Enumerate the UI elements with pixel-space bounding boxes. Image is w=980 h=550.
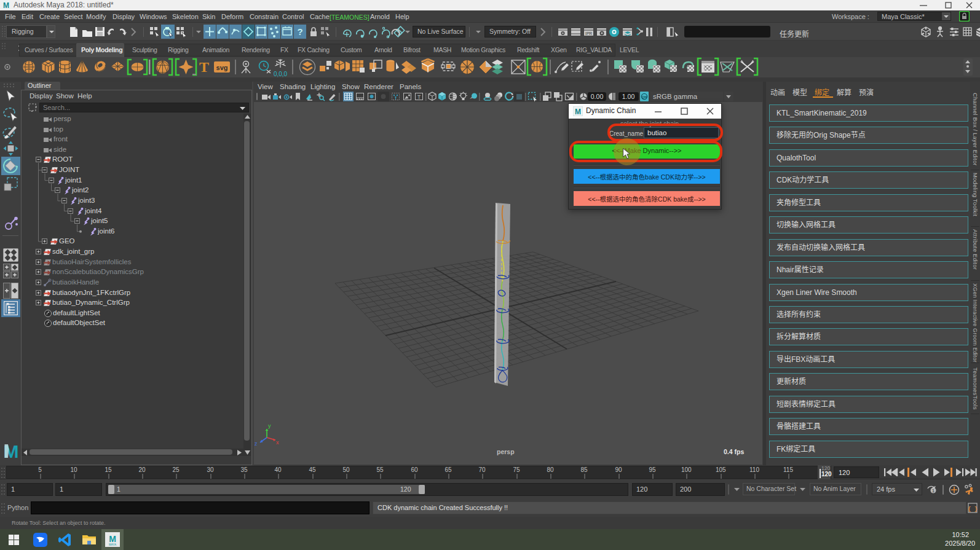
svg-text:0.00: 0.00 <box>591 93 604 100</box>
svg-text:1.00: 1.00 <box>622 93 635 100</box>
svg-text:M: M <box>575 108 581 116</box>
svg-text:ON: ON <box>642 95 647 99</box>
svg-text:sRGB gamma: sRGB gamma <box>653 93 698 100</box>
svg-text:M: M <box>109 534 116 544</box>
svg-text:z: z <box>255 441 258 447</box>
svg-text:{ }: { } <box>968 506 978 513</box>
svg-text:y: y <box>268 423 271 429</box>
svg-text:M: M <box>3 1 9 10</box>
svg-text:1: 1 <box>932 488 935 493</box>
svg-text:MAYA: MAYA <box>109 543 116 546</box>
svg-text:svg: svg <box>216 64 228 71</box>
svg-text:T: T <box>199 59 209 75</box>
svg-text:IPR: IPR <box>585 31 592 36</box>
svg-text:?: ? <box>297 26 302 37</box>
svg-text:T: T <box>417 94 421 100</box>
svg-text:x: x <box>276 439 279 446</box>
svg-text:0,0,0: 0,0,0 <box>274 71 288 77</box>
